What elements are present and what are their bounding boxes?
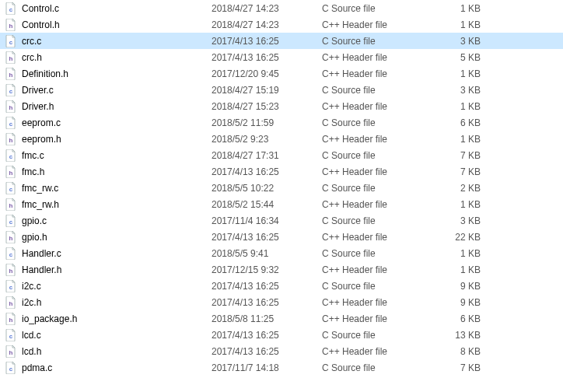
svg-text:h: h: [9, 300, 13, 307]
file-row[interactable]: c Handler.c 2018/5/5 9:41 C Source file …: [0, 245, 563, 261]
file-type-cell: C++ Header file: [322, 101, 440, 112]
file-name-cell[interactable]: h fmc_rw.h: [5, 198, 212, 211]
c-file-icon: c: [5, 329, 17, 341]
svg-text:c: c: [9, 366, 13, 373]
file-name-cell[interactable]: h fmc.h: [5, 166, 212, 178]
file-name-cell[interactable]: h i2c.h: [5, 296, 212, 309]
file-row[interactable]: h i2c.h 2017/4/13 16:25 C++ Header file …: [0, 294, 563, 310]
file-type-cell: C Source file: [322, 117, 440, 128]
file-name-cell[interactable]: h crc.h: [5, 51, 212, 64]
file-row[interactable]: h crc.h 2017/4/13 16:25 C++ Header file …: [0, 49, 563, 65]
file-name-cell[interactable]: c Driver.c: [5, 84, 212, 96]
c-file-icon: c: [5, 362, 17, 374]
file-name-label: Driver.h: [22, 101, 54, 112]
file-row[interactable]: c crc.c 2017/4/13 16:25 C Source file 3 …: [0, 33, 563, 49]
file-name-label: gpio.c: [22, 215, 47, 226]
file-name-cell[interactable]: h eeprom.h: [5, 133, 212, 145]
file-list[interactable]: c Control.c 2018/4/27 14:23 C Source fil…: [0, 0, 563, 376]
file-row[interactable]: h Control.h 2018/4/27 14:23 C++ Header f…: [0, 16, 563, 33]
file-name-cell[interactable]: c Handler.c: [5, 247, 212, 260]
file-row[interactable]: c gpio.c 2017/11/4 16:34 C Source file 3…: [0, 212, 563, 229]
file-name-cell[interactable]: c pdma.c: [5, 362, 212, 374]
file-name-label: Driver.c: [22, 85, 54, 96]
file-row[interactable]: h Handler.h 2017/12/15 9:32 C++ Header f…: [0, 261, 563, 278]
file-type-cell: C++ Header file: [322, 166, 440, 177]
file-type-cell: C++ Header file: [322, 52, 440, 63]
file-type-cell: C++ Header file: [322, 297, 440, 308]
file-date-cell: 2017/11/4 16:34: [212, 215, 322, 226]
file-name-cell[interactable]: c Control.c: [5, 2, 212, 15]
svg-text:c: c: [9, 6, 13, 13]
file-name-cell[interactable]: h io_package.h: [5, 313, 212, 325]
file-row[interactable]: c eeprom.c 2018/5/2 11:59 C Source file …: [0, 114, 563, 131]
file-type-cell: C Source file: [322, 248, 440, 259]
svg-text:c: c: [9, 186, 13, 193]
file-date-cell: 2018/4/27 17:31: [212, 150, 322, 161]
file-row[interactable]: h gpio.h 2017/4/13 16:25 C++ Header file…: [0, 229, 563, 245]
file-date-cell: 2018/4/27 15:23: [212, 101, 322, 112]
c-file-icon: c: [5, 280, 17, 292]
file-name-cell[interactable]: c lcd.c: [5, 329, 212, 341]
file-row[interactable]: c pdma.c 2017/11/7 14:18 C Source file 7…: [0, 359, 563, 376]
file-name-cell[interactable]: h Driver.h: [5, 100, 212, 113]
file-date-cell: 2018/4/27 14:23: [212, 19, 322, 30]
file-row[interactable]: h io_package.h 2018/5/8 11:25 C++ Header…: [0, 310, 563, 327]
file-name-cell[interactable]: h gpio.h: [5, 231, 212, 243]
file-date-cell: 2017/12/20 9:45: [212, 68, 322, 79]
file-row[interactable]: h Definition.h 2017/12/20 9:45 C++ Heade…: [0, 65, 563, 82]
file-row[interactable]: c Control.c 2018/4/27 14:23 C Source fil…: [0, 0, 563, 16]
file-size-cell: 1 KB: [440, 199, 487, 210]
file-name-cell[interactable]: c gpio.c: [5, 215, 212, 227]
file-name-label: eeprom.c: [22, 117, 61, 128]
file-date-cell: 2017/12/15 9:32: [212, 264, 322, 275]
file-row[interactable]: c i2c.c 2017/4/13 16:25 C Source file 9 …: [0, 278, 563, 294]
file-name-label: fmc_rw.c: [22, 183, 58, 194]
h-file-icon: h: [5, 100, 17, 113]
file-name-cell[interactable]: h lcd.h: [5, 345, 212, 358]
file-date-cell: 2017/11/7 14:18: [212, 362, 322, 373]
file-name-label: i2c.h: [22, 297, 41, 308]
c-file-icon: c: [5, 2, 17, 15]
file-size-cell: 3 KB: [440, 85, 487, 96]
file-name-label: crc.c: [22, 36, 41, 47]
svg-text:h: h: [9, 170, 13, 177]
file-name-label: eeprom.h: [22, 134, 61, 145]
file-name-cell[interactable]: c fmc_rw.c: [5, 182, 212, 194]
file-type-cell: C++ Header file: [322, 199, 440, 210]
c-file-icon: c: [5, 247, 17, 260]
file-row[interactable]: h fmc.h 2017/4/13 16:25 C++ Header file …: [0, 163, 563, 180]
file-row[interactable]: h eeprom.h 2018/5/2 9:23 C++ Header file…: [0, 131, 563, 147]
file-row[interactable]: h Driver.h 2018/4/27 15:23 C++ Header fi…: [0, 98, 563, 114]
file-size-cell: 7 KB: [440, 362, 487, 373]
file-name-cell[interactable]: c eeprom.c: [5, 117, 212, 129]
c-file-icon: c: [5, 117, 17, 129]
svg-text:h: h: [9, 317, 13, 324]
file-row[interactable]: c Driver.c 2018/4/27 15:19 C Source file…: [0, 82, 563, 98]
file-name-cell[interactable]: c fmc.c: [5, 149, 212, 162]
file-row[interactable]: h fmc_rw.h 2018/5/2 15:44 C++ Header fil…: [0, 196, 563, 212]
svg-text:c: c: [9, 153, 13, 160]
file-size-cell: 9 KB: [440, 281, 487, 292]
file-name-cell[interactable]: h Handler.h: [5, 264, 212, 276]
file-name-cell[interactable]: h Control.h: [5, 19, 212, 31]
file-row[interactable]: c lcd.c 2017/4/13 16:25 C Source file 13…: [0, 327, 563, 343]
file-name-cell[interactable]: h Definition.h: [5, 68, 212, 80]
file-name-label: i2c.c: [22, 281, 41, 292]
file-name-label: gpio.h: [22, 232, 47, 243]
c-file-icon: c: [5, 35, 17, 47]
file-size-cell: 5 KB: [440, 52, 487, 63]
file-date-cell: 2017/4/13 16:25: [212, 297, 322, 308]
c-file-icon: c: [5, 84, 17, 96]
file-type-cell: C Source file: [322, 3, 440, 14]
file-row[interactable]: h lcd.h 2017/4/13 16:25 C++ Header file …: [0, 343, 563, 359]
h-file-icon: h: [5, 133, 17, 145]
svg-text:c: c: [9, 39, 13, 46]
svg-text:c: c: [9, 219, 13, 226]
file-size-cell: 1 KB: [440, 248, 487, 259]
file-type-cell: C Source file: [322, 150, 440, 161]
file-row[interactable]: c fmc_rw.c 2018/5/5 10:22 C Source file …: [0, 180, 563, 196]
file-row[interactable]: c fmc.c 2018/4/27 17:31 C Source file 7 …: [0, 147, 563, 163]
file-name-cell[interactable]: c crc.c: [5, 35, 212, 47]
file-name-cell[interactable]: c i2c.c: [5, 280, 212, 292]
svg-text:c: c: [9, 284, 13, 291]
